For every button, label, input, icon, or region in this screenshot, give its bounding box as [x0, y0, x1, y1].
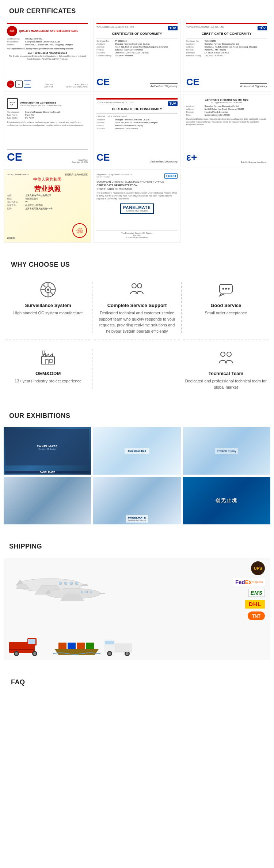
- oem-desc: 13+ years industry project experience: [15, 378, 81, 384]
- exh5-panelmate: PANELMATE: [128, 516, 146, 519]
- cqc-standard: GB/T 19001-2016 / ISO9001:2015: [7, 52, 88, 54]
- svg-point-14: [227, 352, 231, 356]
- exh1-brand-display: PANELMATE Creative HMI Solution: [37, 445, 58, 450]
- euipo-no: No: 017400593: [96, 176, 132, 178]
- cert-italian: Certificate di esame UE del tipo EU Type…: [183, 94, 270, 167]
- exhibitions-title: OUR EXHIBITIONS: [4, 405, 270, 423]
- surveillance-desc: High standed QC system manufacturer: [14, 310, 83, 316]
- cqc-seal-2: IAF: [15, 81, 23, 88]
- tuv2-f4: Product:Panel PC / HMI Product: [186, 49, 267, 51]
- ship-svg: [53, 635, 100, 656]
- it-issued: Ente Certificazione Macchine srl: [241, 161, 267, 163]
- cert-euipo: Registered / Registrado: 27/09/2021 No: …: [93, 169, 180, 243]
- cert-tuv2: TÜV AUSTRIA (SHANGHAI) CO., LTD TÜV CERT…: [183, 19, 270, 92]
- tuv3-red-bar: [96, 98, 177, 100]
- exh5-tagline: Creative HMI Solution: [128, 519, 146, 521]
- lic-f2: 类型:有限责任公司: [7, 198, 88, 200]
- oem-title: OEM&ODM: [35, 371, 61, 376]
- tuv3-title: CERTIFICATE OF CONFORMITY: [96, 107, 177, 111]
- surveillance-title: Surveillance System: [25, 303, 71, 308]
- exh2-content: Exhibition Hall: [93, 427, 180, 475]
- technical-team-icon: [216, 348, 236, 368]
- svg-rect-43: [115, 644, 132, 652]
- svg-rect-10: [45, 360, 48, 364]
- tuv2-red-bar: [186, 23, 267, 24]
- dhl-text: DHL: [249, 601, 261, 607]
- tuv1-f1: Certificate No:TA 50321123: [96, 40, 177, 42]
- service-title: Complete Service Support: [107, 303, 167, 308]
- it-footer: ε+ Ente Certificazione Macchine srl: [186, 151, 267, 163]
- tuv2-f1: Certificate No:TA 50321456: [186, 40, 267, 42]
- svg-rect-12: [43, 351, 44, 355]
- svg-point-23: [90, 591, 92, 593]
- ems-logo: EMS: [248, 589, 265, 597]
- panelmate-text: PANELMATE: [123, 205, 151, 210]
- lic-f1: 名称:上海凡蒙电子科技有限公司: [7, 194, 88, 197]
- tuv1-f6: Electrical Rating:100-240V~ 50/60Hz: [96, 55, 177, 57]
- tuv1-footer: CE Authorized Signatory: [96, 76, 177, 88]
- svg-rect-33: [68, 643, 76, 649]
- tuv1-company: TÜV AUSTRIA (SHANGHAI) CO., LTD: [96, 26, 134, 28]
- svg-point-22: [85, 591, 88, 593]
- cqc-seal-1: CQC: [7, 81, 14, 88]
- shipping-title: SHIPPING: [4, 535, 270, 554]
- shipping-content: UPS Fed Ex Express EMS DHL TNT: [4, 558, 270, 660]
- exhibition-item-5: PANELMATE Creative HMI Solution: [93, 477, 180, 524]
- tuv3-f3: Product:Industrial Panel Monitor Display: [96, 124, 177, 127]
- exhibition-item-3: Products Display: [183, 427, 270, 475]
- tuv3-f1: Applicant:Shanghai Fanmate Electronics C…: [96, 119, 177, 121]
- att-f3: Type Model:PM-AXXX: [7, 117, 88, 119]
- lic-f3: 法定代表人:***: [7, 201, 88, 203]
- exh4-content: [4, 477, 91, 524]
- attestation-cert-no: Certificate/Report No: 200105948SHH-001: [20, 104, 62, 106]
- exhibitions-section: OUR EXHIBITIONS PANELMATE Creative HMI S…: [0, 401, 274, 532]
- tuv1-title: CERTIFICATE OF CONFORMITY: [96, 32, 177, 35]
- tuv2-sig: Authorized Signatory: [240, 83, 267, 88]
- good-service-title: Good Service: [210, 303, 241, 308]
- why-choose-us-title: WHY CHOOSE US: [5, 254, 269, 272]
- why-item-good-service: Good Service Small order acceptance: [183, 276, 269, 340]
- it-f4: Nota:Numero di controllo 1234567: [186, 114, 267, 116]
- tuv1-sig: Authorized Signatory: [150, 83, 177, 88]
- license-date: 登记机关: 上海市松江区: [65, 173, 88, 176]
- why-item-oem: OEM&ODM 13+ years industry project exper…: [5, 344, 91, 394]
- tuv2-f3: Address:Room 211, No.515, Dalian Nan Roa…: [186, 46, 267, 48]
- license-main-title: 营业执照: [7, 184, 88, 193]
- cqc-validity: Valid until2024-09-16: [44, 83, 53, 88]
- exhibition-item-4: [4, 477, 91, 524]
- ground-vehicles: [7, 635, 227, 656]
- it-euro-mark: ε+: [186, 151, 197, 163]
- it-f2: Address:No.515 Dalian Nan Road, Shanghai…: [186, 108, 267, 110]
- tuv1-f5: Standard:EN 60950-1:2006+A11:2009+A1:201…: [96, 52, 177, 54]
- svg-rect-31: [9, 649, 35, 650]
- tuv3-company: TÜV AUSTRIA (SHANGHAI) CO., LTD: [96, 101, 134, 104]
- license-year: 2020年: [7, 236, 15, 240]
- exh1-booth: PANELMATE Creative HMI Solution: [5, 429, 89, 465]
- exh5-brand: PANELMATE Creative HMI Solution: [126, 515, 148, 523]
- cqc-footer: CQC IAF CNAB Valid until2024-09-16 CHINA…: [7, 79, 88, 88]
- van-svg: [102, 636, 135, 656]
- fedex-text-purple: Fed: [235, 579, 245, 585]
- tuv3-sig: Authorized Signatory: [150, 159, 177, 163]
- cqc-seal-3: CNAB: [24, 81, 31, 88]
- svg-point-8: [228, 288, 229, 290]
- oem-icon: [38, 348, 58, 368]
- it-f1: Applicant:Shanghai Fanmate Electronics C…: [186, 105, 267, 107]
- tuv3-f4: Standard:EN 60950-1 / EN 62368-1: [96, 127, 177, 130]
- tuv1-f3: Address:Room 211, No.515, Dalian Nan Roa…: [96, 46, 177, 48]
- exhibition-item-6: 创无止境: [183, 477, 270, 524]
- svg-point-4: [137, 284, 142, 288]
- tuv1-f4: Product:Industrial Touch Screen Monitor: [96, 49, 177, 51]
- truck-svg: [7, 635, 51, 656]
- svg-point-2: [47, 289, 49, 291]
- license-topbar: 91310117MA1K4R9E3X 登记机关: 上海市松江区: [7, 173, 88, 176]
- technical-desc: Dedicated and professional technical tea…: [185, 378, 267, 390]
- it-title: Certificate di esame UE del tipo: [186, 98, 267, 101]
- euipo-logo: EUIPO: [164, 173, 178, 179]
- svg-point-6: [222, 288, 224, 290]
- att-f1: Manufacturer:Shanghai Fanmate Electronic…: [7, 111, 88, 113]
- tuv1-ce: CE: [96, 76, 110, 88]
- svg-point-13: [221, 352, 225, 356]
- exh6-cn-text: 创无止境: [216, 497, 237, 504]
- exhibition-grid: PANELMATE Creative HMI Solution PANELMAT…: [4, 427, 270, 524]
